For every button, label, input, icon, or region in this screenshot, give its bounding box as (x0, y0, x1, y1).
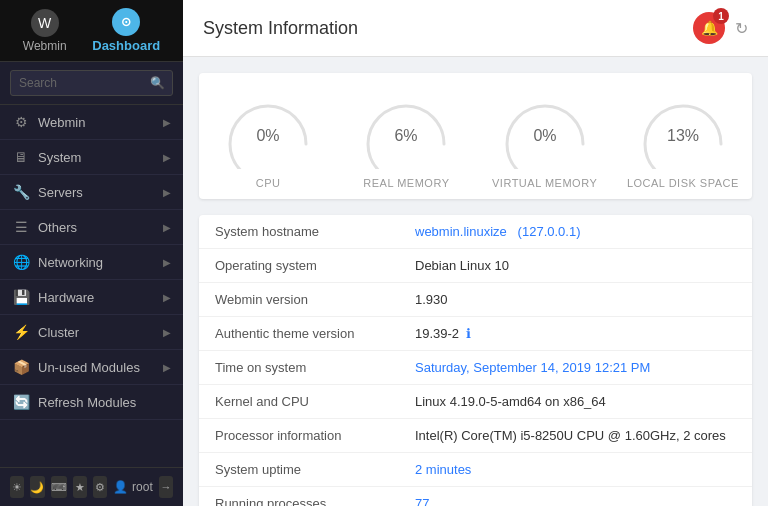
info-val-hostname: webmin.linuxize (127.0.0.1) (415, 224, 736, 239)
sidebar-item-cluster[interactable]: ⚡ Cluster ▶ (0, 315, 183, 350)
chevron-right-icon-8: ▶ (163, 362, 171, 373)
unused-modules-nav-icon: 📦 (12, 359, 30, 375)
sidebar-search-container: 🔍 (0, 62, 183, 105)
refresh-button[interactable]: ↻ (735, 19, 748, 38)
sidebar-item-webmin[interactable]: ⚙ Webmin ▶ (0, 105, 183, 140)
gauge-local-disk-svg: 13% (633, 89, 733, 169)
hostname-ip-link[interactable]: (127.0.0.1) (518, 224, 581, 239)
gauge-virtual-memory-label: VIRTUAL MEMORY (492, 177, 597, 189)
sidebar-header: W Webmin ⊙ Dashboard (0, 0, 183, 62)
sidebar-item-un-used-modules[interactable]: 📦 Un-used Modules ▶ (0, 350, 183, 385)
svg-text:0%: 0% (257, 127, 280, 144)
table-row: Authentic theme version 19.39-2 ℹ (199, 317, 752, 351)
chevron-right-icon: ▶ (163, 117, 171, 128)
table-row: Webmin version 1.930 (199, 283, 752, 317)
sidebar-brand-dashboard[interactable]: ⊙ Dashboard (92, 8, 160, 53)
gauge-cpu-svg: 0% (218, 89, 318, 169)
user-icon: 👤 (113, 480, 128, 494)
search-input[interactable] (10, 70, 173, 96)
logout-icon[interactable]: → (159, 476, 173, 498)
dashboard-content: 0% CPU 6% REAL MEMORY 0% (183, 57, 768, 506)
sidebar-item-refresh-modules[interactable]: 🔄 Refresh Modules (0, 385, 183, 420)
gauge-local-disk-space: 13% LOCAL DISK SPACE (618, 89, 748, 189)
chevron-right-icon-6: ▶ (163, 292, 171, 303)
user-info[interactable]: 👤 root (113, 480, 153, 494)
main-content: System Information 🔔 1 ↻ 0% CPU (183, 0, 768, 506)
gauge-cpu: 0% CPU (203, 89, 333, 189)
table-row: System hostname webmin.linuxize (127.0.0… (199, 215, 752, 249)
info-val-webmin-version: 1.930 (415, 292, 736, 307)
info-key-webmin-version: Webmin version (215, 292, 415, 307)
info-icon[interactable]: ℹ (466, 326, 471, 341)
info-key-uptime: System uptime (215, 462, 415, 477)
gauge-local-disk-label: LOCAL DISK SPACE (627, 177, 739, 189)
info-val-processes: 77 (415, 496, 736, 506)
info-val-os: Debian Linux 10 (415, 258, 736, 273)
sidebar-item-label-hardware: Hardware (38, 290, 163, 305)
gauge-real-memory: 6% REAL MEMORY (341, 89, 471, 189)
info-val-processor: Intel(R) Core(TM) i5-8250U CPU @ 1.60GHz… (415, 428, 736, 443)
hostname-link[interactable]: webmin.linuxize (415, 224, 507, 239)
info-key-time: Time on system (215, 360, 415, 375)
others-nav-icon: ☰ (12, 219, 30, 235)
info-key-hostname: System hostname (215, 224, 415, 239)
dashboard-icon: ⊙ (112, 8, 140, 36)
time-link[interactable]: Saturday, September 14, 2019 12:21 PM (415, 360, 650, 375)
info-key-theme-version: Authentic theme version (215, 326, 415, 341)
webmin-nav-icon: ⚙ (12, 114, 30, 130)
gauges-row: 0% CPU 6% REAL MEMORY 0% (199, 73, 752, 199)
page-title: System Information (203, 18, 358, 39)
info-val-theme-version: 19.39-2 ℹ (415, 326, 736, 341)
user-label: root (132, 480, 153, 494)
info-key-kernel: Kernel and CPU (215, 394, 415, 409)
table-row: Running processes 77 (199, 487, 752, 506)
servers-nav-icon: 🔧 (12, 184, 30, 200)
sidebar-item-others[interactable]: ☰ Others ▶ (0, 210, 183, 245)
gauge-real-memory-svg: 6% (356, 89, 456, 169)
sidebar-item-networking[interactable]: 🌐 Networking ▶ (0, 245, 183, 280)
gauge-real-memory-label: REAL MEMORY (363, 177, 449, 189)
theme-light-icon[interactable]: ☀ (10, 476, 24, 498)
hardware-nav-icon: 💾 (12, 289, 30, 305)
sidebar-item-label-servers: Servers (38, 185, 163, 200)
chevron-right-icon-7: ▶ (163, 327, 171, 338)
sidebar-item-label-cluster: Cluster (38, 325, 163, 340)
sidebar-item-label-system: System (38, 150, 163, 165)
table-row: Operating system Debian Linux 10 (199, 249, 752, 283)
svg-text:13%: 13% (667, 127, 699, 144)
cluster-nav-icon: ⚡ (12, 324, 30, 340)
sidebar-item-system[interactable]: 🖥 System ▶ (0, 140, 183, 175)
sidebar-item-hardware[interactable]: 💾 Hardware ▶ (0, 280, 183, 315)
sidebar-item-servers[interactable]: 🔧 Servers ▶ (0, 175, 183, 210)
system-nav-icon: 🖥 (12, 149, 30, 165)
sidebar-logo-webmin[interactable]: W Webmin (23, 9, 67, 53)
refresh-modules-nav-icon: 🔄 (12, 394, 30, 410)
chevron-right-icon-3: ▶ (163, 187, 171, 198)
keyboard-icon[interactable]: ⌨ (51, 476, 67, 498)
info-key-processes: Running processes (215, 496, 415, 506)
favorites-icon[interactable]: ★ (73, 476, 87, 498)
uptime-link[interactable]: 2 minutes (415, 462, 471, 477)
chevron-right-icon-4: ▶ (163, 222, 171, 233)
gauge-cpu-label: CPU (256, 177, 281, 189)
chevron-right-icon-2: ▶ (163, 152, 171, 163)
sidebar-item-label-networking: Networking (38, 255, 163, 270)
info-key-os: Operating system (215, 258, 415, 273)
settings-icon[interactable]: ⚙ (93, 476, 107, 498)
sidebar-brand-label: Dashboard (92, 38, 160, 53)
svg-text:0%: 0% (533, 127, 556, 144)
sidebar-item-label-refresh: Refresh Modules (38, 395, 171, 410)
header-actions: 🔔 1 ↻ (693, 12, 748, 44)
theme-dark-icon[interactable]: 🌙 (30, 476, 44, 498)
info-key-processor: Processor information (215, 428, 415, 443)
webmin-logo-icon: W (31, 9, 59, 37)
info-val-time: Saturday, September 14, 2019 12:21 PM (415, 360, 736, 375)
sidebar-nav: ⚙ Webmin ▶ 🖥 System ▶ 🔧 Servers ▶ ☰ Othe… (0, 105, 183, 467)
search-icon: 🔍 (150, 76, 165, 90)
sidebar-logo-label: Webmin (23, 39, 67, 53)
notification-bell[interactable]: 🔔 1 (693, 12, 725, 44)
processes-link[interactable]: 77 (415, 496, 429, 506)
table-row: Time on system Saturday, September 14, 2… (199, 351, 752, 385)
sidebar-item-label-webmin: Webmin (38, 115, 163, 130)
svg-text:6%: 6% (395, 127, 418, 144)
